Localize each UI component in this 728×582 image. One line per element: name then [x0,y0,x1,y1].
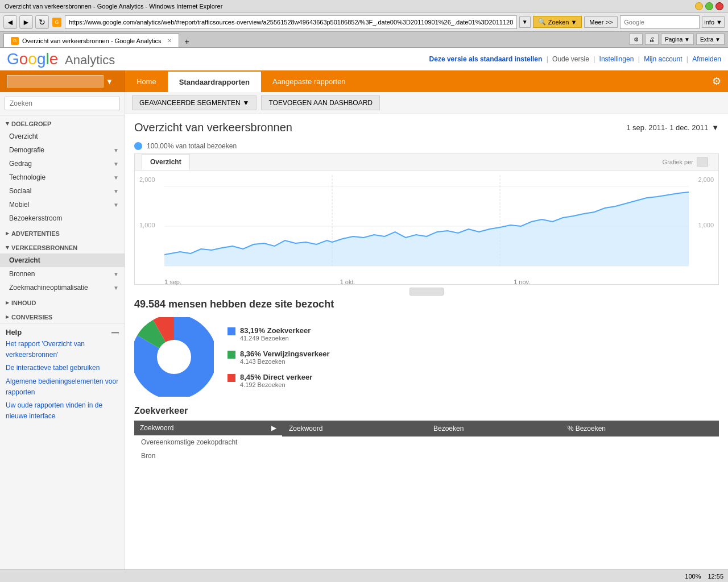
refresh-button[interactable]: ↻ [35,15,49,29]
status-bar: 100% 12:55 [0,569,728,582]
sidebar-section-advertenties[interactable]: ▸ ADVERTENTIES [0,225,125,239]
segment-text: 100,00% van totaal bezoeken [147,142,237,150]
col-bezoeken[interactable]: Bezoeken [427,421,561,436]
keyword-selector-label: Zoekwoord [140,424,173,432]
col-keyword[interactable]: Zoekwoord [282,421,427,436]
back-button[interactable]: ◄ [3,15,17,29]
sociaal-label: Sociaal [9,187,31,195]
advanced-segments-label: GEAVANCEERDE SEGMENTEN [139,99,241,107]
sidebar-search-input[interactable] [5,97,120,110]
technologie-label: Technologie [9,173,46,181]
overzicht-label: Overzicht [9,132,38,140]
close-btn[interactable] [715,2,723,10]
conversies-arrow-icon: ▸ [6,313,9,321]
sidebar-section-inhoud[interactable]: ▸ INHOUD [0,294,125,309]
my-account-link[interactable]: Mijn account [644,55,682,63]
x-label-nov: 1 nov. [514,278,530,285]
ga-topbar: Google Analytics Deze versie als standaa… [0,48,728,70]
kw-option-overeenkomstig[interactable]: Overeenkomstige zoekopdracht [134,435,282,449]
pagina-button[interactable]: Pagina ▼ [661,34,694,45]
chart-view-button[interactable] [697,157,708,167]
extra-button[interactable]: Extra ▼ [696,34,725,45]
sidebar-item-seo[interactable]: Zoekmachineoptimalisatie ▼ [0,281,125,294]
advanced-segments-button[interactable]: GEAVANCEERDE SEGMENTEN ▼ [132,95,257,110]
info-button[interactable]: info ▼ [702,16,725,28]
help-link-oude-rapporten[interactable]: Uw oude rapporten vinden in de nieuwe in… [6,400,119,422]
chart-tab-overzicht[interactable]: Overzicht [142,154,190,170]
new-tab-button[interactable]: + [181,36,193,47]
y-label-mid-left: 1,000 [139,222,155,228]
date-range-selector[interactable]: 1 sep. 2011- 1 dec. 2011 ▼ [626,123,719,132]
help-link-rapport[interactable]: Het rapport 'Overzicht van verkeersbronn… [6,339,119,360]
sidebar-item-technologie[interactable]: Technologie ▼ [0,171,125,184]
sidebar-item-bronnen[interactable]: Bronnen ▼ [0,267,125,281]
old-version-link[interactable]: Oude versie [552,55,589,63]
stats-section: 49.584 mensen hebben deze site bezocht [125,294,728,406]
tab-print-button[interactable]: 🖨 [645,34,659,45]
nav-tabs: Home Standaardrapporten Aangepaste rappo… [125,70,705,92]
legend-item-direct: 8,45% Direct verkeer 4.192 Bezoeken [228,373,330,388]
settings-link[interactable]: Instellingen [599,55,634,63]
settings-gear-button[interactable]: ⚙ [705,70,728,92]
sidebar-item-gedrag[interactable]: Gedrag ▼ [0,157,125,171]
add-to-dashboard-button[interactable]: TOEVOEGEN AAN DASHBOARD [261,95,380,110]
tab-custom-reports[interactable]: Aangepaste rapporten [261,70,357,92]
kw-option-bron[interactable]: Bron [134,449,282,463]
chart-scrollbar[interactable] [410,288,444,296]
sidebar-item-overzicht-doelgroep[interactable]: Overzicht [0,130,125,143]
legend-item-zoek: 83,19% Zoekverkeer 41.249 Bezoeken [228,326,330,342]
col-percentage[interactable]: % Bezoeken [561,421,719,436]
help-link-bedieningselementen[interactable]: Algemene bedieningselementen voor rappor… [6,376,119,398]
address-bar[interactable] [65,15,517,29]
tab-home[interactable]: Home [125,70,168,92]
overzicht-verkeer-label: Overzicht [9,256,40,264]
tab-standard-reports[interactable]: Standaardrapporten [168,70,261,92]
minimize-btn[interactable] [695,2,703,10]
help-section: Help — Het rapport 'Overzicht van verkee… [0,323,125,426]
sidebar-item-sociaal[interactable]: Sociaal ▼ [0,184,125,198]
tab-close-icon[interactable]: ✕ [167,38,172,44]
tab-favicon: G [11,37,19,45]
search-results-table: Zoekwoord Bezoeken % Bezoeken [282,421,719,436]
chart-controls: Grafiek per [659,154,712,170]
sidebar-section-conversies[interactable]: ▸ CONVERSIES [0,309,125,323]
sidebar-item-demografie[interactable]: Demografie ▼ [0,143,125,157]
bronnen-label: Bronnen [9,270,35,278]
sidebar-item-bezoekersstroom[interactable]: Bezoekersstroom [0,211,125,225]
separator-3: | [638,55,642,63]
go-button[interactable]: ▼ [519,16,531,28]
sign-out-link[interactable]: Afmelden [692,55,721,63]
y-label-mid-right: 1,000 [698,222,714,228]
help-collapse-icon[interactable]: — [111,328,119,336]
browser-tabs: G Overzicht van verkeersbronnen - Google… [0,32,728,48]
zoek-legend-text: 83,19% Zoekverkeer 41.249 Bezoeken [240,326,311,342]
inhoud-title: INHOUD [11,300,36,306]
keyword-selector-header[interactable]: Zoekwoord ▶ [134,421,282,435]
x-label-sep: 1 sep. [164,278,181,285]
maximize-btn[interactable] [705,2,713,10]
sidebar-item-overzicht-verkeer[interactable]: Overzicht [0,253,125,267]
search-section: Zoekverkeer Zoekwoord ▶ Overeenkomstige … [125,406,728,472]
active-tab[interactable]: G Overzicht van verkeersbronnen - Google… [3,34,179,47]
add-dashboard-label: TOEVOEGEN AAN DASHBOARD [268,99,373,107]
separator-2: | [593,55,597,63]
forward-button[interactable]: ► [19,15,33,29]
set-default-version-link[interactable]: Deze versie als standaard instellen [429,55,543,63]
zoeken-button[interactable]: 🔍 Zoeken ▼ [533,16,582,28]
gedrag-chevron-icon: ▼ [113,161,119,167]
zoek-percentage-label: 83,19% Zoekverkeer [240,326,311,335]
sidebar-section-doelgroep[interactable]: ▾ DOELGROEP [0,115,125,130]
tab-tools-button[interactable]: ⚙ [629,34,643,45]
clock: 12:55 [708,573,723,580]
sidebar-item-mobiel[interactable]: Mobiel ▼ [0,198,125,211]
advertenties-title: ADVERTENTIES [11,230,60,237]
ga-sidebar: ▾ DOELGROEP Overzicht Demografie ▼ Gedra… [0,92,125,582]
property-input[interactable] [7,75,104,88]
browser-search-input[interactable] [620,15,700,29]
verwijzing-legend-text: 8,36% Verwijzingsverkeer 4.143 Bezoeken [240,350,330,365]
property-selector[interactable]: ▼ [0,70,125,92]
meer-button[interactable]: Meer >> [584,16,618,28]
sidebar-section-verkeersbronnen[interactable]: ▾ VERKEERSBRONNEN [0,239,125,253]
help-link-tabel[interactable]: De interactieve tabel gebruiken [6,363,119,373]
legend-item-verwijzing: 8,36% Verwijzingsverkeer 4.143 Bezoeken [228,350,330,365]
